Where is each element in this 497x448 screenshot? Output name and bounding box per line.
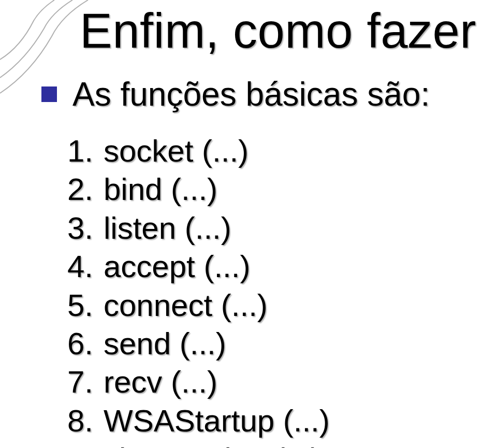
list-item-text: send (...) bbox=[104, 325, 226, 363]
list-item-text: listen (...) bbox=[104, 209, 231, 248]
list-item-text: WSAStartup (...) bbox=[104, 402, 330, 440]
list-item-number: 9. bbox=[67, 440, 104, 448]
list-item-text: accept (...) bbox=[104, 248, 250, 286]
list-item-text: socket (...) bbox=[104, 132, 248, 170]
list-item-number: 3. bbox=[67, 209, 104, 248]
list-item-text: connect (...) bbox=[104, 286, 268, 325]
subheading-text: As funções básicas são: bbox=[72, 75, 430, 113]
list-item-text: closesocket (...) bbox=[104, 440, 321, 448]
list-item-number: 8. bbox=[67, 402, 104, 440]
subheading-row: As funções básicas são: bbox=[41, 75, 476, 113]
list-item-number: 7. bbox=[67, 363, 104, 401]
list-item: 1. socket (...) bbox=[67, 132, 476, 170]
list-item-text: recv (...) bbox=[104, 363, 217, 401]
list-item-number: 5. bbox=[67, 286, 104, 325]
page-title: Enfim, como fazer bbox=[80, 3, 476, 59]
list-item: 3. listen (...) bbox=[67, 209, 476, 248]
list-item: 6. send (...) bbox=[67, 325, 476, 363]
list-item: 2. bind (...) bbox=[67, 170, 476, 209]
list-item: 4. accept (...) bbox=[67, 248, 476, 286]
function-list: 1. socket (...) 2. bind (...) 3. listen … bbox=[67, 132, 476, 448]
square-bullet-icon bbox=[41, 86, 57, 102]
slide: Enfim, como fazer As funções básicas são… bbox=[0, 0, 497, 448]
list-item-number: 6. bbox=[67, 325, 104, 363]
list-item-text: bind (...) bbox=[104, 170, 217, 209]
list-item-number: 2. bbox=[67, 170, 104, 209]
list-item-number: 1. bbox=[67, 132, 104, 170]
list-item-number: 4. bbox=[67, 248, 104, 286]
list-item: 5. connect (...) bbox=[67, 286, 476, 325]
list-item: 9. closesocket (...) bbox=[67, 440, 476, 448]
list-item: 8. WSAStartup (...) bbox=[67, 402, 476, 440]
list-item: 7. recv (...) bbox=[67, 363, 476, 401]
